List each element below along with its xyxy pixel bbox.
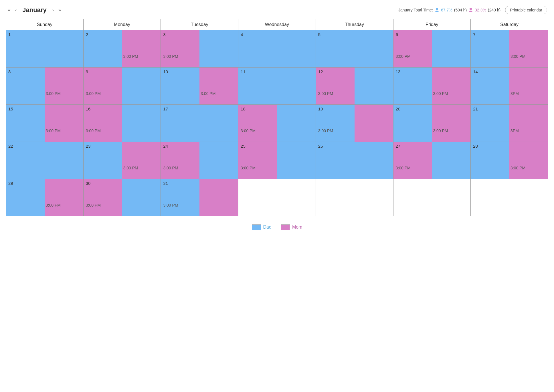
dad-legend: Dad — [252, 224, 272, 230]
calendar-header: « ‹ January › » January Total Time: 67.7… — [6, 6, 548, 14]
time-label: 3:00 PM — [86, 128, 101, 133]
calendar-cell[interactable]: 303:00 PM — [83, 179, 161, 216]
calendar-cell[interactable]: 5 — [316, 30, 393, 68]
cell-right-half — [355, 68, 393, 104]
cell-left-half: 193:00 PM — [316, 105, 355, 142]
time-label: 3:00 PM — [86, 203, 101, 207]
dad-hours: (504 h) — [454, 8, 467, 12]
cell-right-half — [122, 68, 161, 104]
day-number: 30 — [86, 181, 91, 186]
calendar-cell[interactable]: 233:00 PM — [83, 142, 161, 179]
calendar-cell[interactable]: 163:00 PM — [83, 105, 161, 142]
cell-right-half — [199, 142, 238, 179]
day-number: 15 — [8, 106, 13, 111]
day-number: 22 — [8, 144, 13, 149]
day-number: 27 — [396, 144, 401, 149]
calendar-cell[interactable] — [238, 179, 316, 216]
cell-right-half — [432, 30, 470, 67]
day-number: 12 — [318, 69, 323, 74]
cell-right-half: 3:00 PM — [432, 68, 470, 104]
cell-right-half: 3:00 PM — [45, 68, 83, 104]
time-label: 3:00 PM — [433, 91, 448, 96]
svg-point-0 — [436, 8, 438, 10]
calendar-cell[interactable]: 33:00 PM — [161, 30, 238, 68]
calendar-cell[interactable]: 213PM — [471, 105, 548, 142]
mom-legend: Mom — [281, 224, 302, 230]
cell-right-half: 3PM — [509, 105, 548, 142]
day-number: 7 — [473, 32, 475, 37]
time-label: 3:00 PM — [123, 54, 138, 59]
day-number: 6 — [396, 32, 398, 37]
calendar-cell[interactable]: 153:00 PM — [6, 105, 84, 142]
calendar-cell[interactable]: 63:00 PM — [393, 30, 471, 68]
prev-prev-button[interactable]: « — [7, 7, 12, 13]
calendar-cell[interactable]: 283:00 PM — [471, 142, 548, 179]
day-number: 20 — [396, 106, 401, 111]
calendar-cell[interactable]: 273:00 PM — [393, 142, 471, 179]
month-title: January — [22, 6, 46, 14]
cell-left-half: 183:00 PM — [238, 105, 277, 142]
cell-right-half: 3:00 PM — [122, 30, 161, 67]
calendar-cell[interactable]: 143PM — [471, 68, 548, 105]
day-number: 13 — [396, 69, 401, 74]
prev-button[interactable]: ‹ — [14, 7, 18, 13]
calendar-cell[interactable]: 313:00 PM — [161, 179, 238, 216]
calendar-cell[interactable]: 123:00 PM — [316, 68, 393, 105]
calendar-cell[interactable]: 4 — [238, 30, 316, 68]
calendar-cell[interactable] — [393, 179, 471, 216]
calendar-cell[interactable]: 193:00 PM — [316, 105, 393, 142]
calendar-cell[interactable]: 293:00 PM — [6, 179, 84, 216]
time-label: 3:00 PM — [46, 128, 61, 133]
calendar-cell[interactable]: 183:00 PM — [238, 105, 316, 142]
calendar-cell[interactable]: 1 — [6, 30, 84, 68]
calendar-table: Sunday Monday Tuesday Wednesday Thursday… — [6, 19, 548, 216]
calendar-cell[interactable]: 243:00 PM — [161, 142, 238, 179]
calendar-cell[interactable]: 17 — [161, 105, 238, 142]
calendar-cell[interactable]: 133:00 PM — [393, 68, 471, 105]
time-label: 3:00 PM — [86, 91, 101, 96]
cell-left-half: 14 — [471, 68, 509, 104]
dad-color-box — [252, 224, 261, 230]
cell-right-half: 3:00 PM — [199, 68, 238, 104]
calendar-cell[interactable]: 93:00 PM — [83, 68, 161, 105]
printable-calendar-button[interactable]: Printable calendar — [505, 6, 547, 14]
time-label: 3:00 PM — [511, 166, 525, 170]
time-label: 3:00 PM — [46, 203, 61, 207]
legend: Dad Mom — [6, 224, 548, 230]
time-label: 3:00 PM — [241, 128, 256, 133]
svg-point-1 — [470, 8, 472, 10]
calendar-cell[interactable] — [471, 179, 548, 216]
next-next-button[interactable]: » — [57, 7, 62, 13]
wednesday-header: Wednesday — [238, 19, 316, 30]
calendar-cell[interactable]: 22 — [6, 142, 84, 179]
month-navigation: « ‹ January › » — [7, 6, 62, 14]
time-label: 3:00 PM — [163, 166, 178, 170]
cell-left-half: 303:00 PM — [84, 179, 122, 216]
next-button[interactable]: › — [51, 7, 55, 13]
calendar-cell[interactable]: 26 — [316, 142, 393, 179]
cell-right-half — [277, 142, 316, 179]
day-number: 16 — [86, 106, 91, 111]
calendar-cell[interactable] — [316, 179, 393, 216]
cell-left-half: 20 — [393, 105, 432, 142]
calendar-cell[interactable]: 23:00 PM — [83, 30, 161, 68]
calendar-cell[interactable]: 11 — [238, 68, 316, 105]
dad-legend-label: Dad — [263, 225, 272, 230]
cell-left-half: 15 — [6, 105, 45, 142]
cell-left-half: 29 — [6, 179, 45, 216]
day-number: 14 — [473, 69, 478, 74]
tuesday-header: Tuesday — [161, 19, 238, 30]
calendar-cell[interactable]: 83:00 PM — [6, 68, 84, 105]
cell-right-half: 3:00 PM — [45, 179, 83, 216]
calendar-cell[interactable]: 203:00 PM — [393, 105, 471, 142]
calendar-cell[interactable]: 253:00 PM — [238, 142, 316, 179]
cell-right-half — [122, 105, 161, 142]
mom-percent: 32.3% — [475, 8, 486, 12]
calendar-cell[interactable]: 103:00 PM — [161, 68, 238, 105]
day-number: 10 — [163, 69, 168, 74]
cell-left-half: 28 — [471, 142, 509, 179]
calendar-cell[interactable]: 73:00 PM — [471, 30, 548, 68]
days-of-week-row: Sunday Monday Tuesday Wednesday Thursday… — [6, 19, 548, 30]
monday-header: Monday — [83, 19, 161, 30]
cell-right-half: 3:00 PM — [509, 142, 548, 179]
